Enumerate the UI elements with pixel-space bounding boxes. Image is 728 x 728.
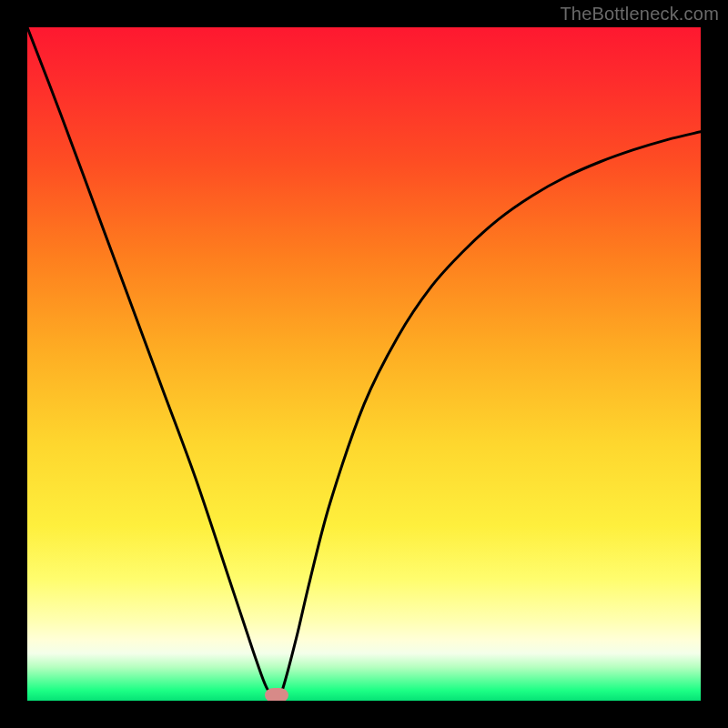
plot-area (27, 27, 701, 701)
bottleneck-curve (27, 27, 701, 701)
watermark-text: TheBottleneck.com (560, 4, 719, 25)
chart-stage: TheBottleneck.com (0, 0, 728, 728)
bottleneck-minimum-marker (265, 688, 288, 701)
